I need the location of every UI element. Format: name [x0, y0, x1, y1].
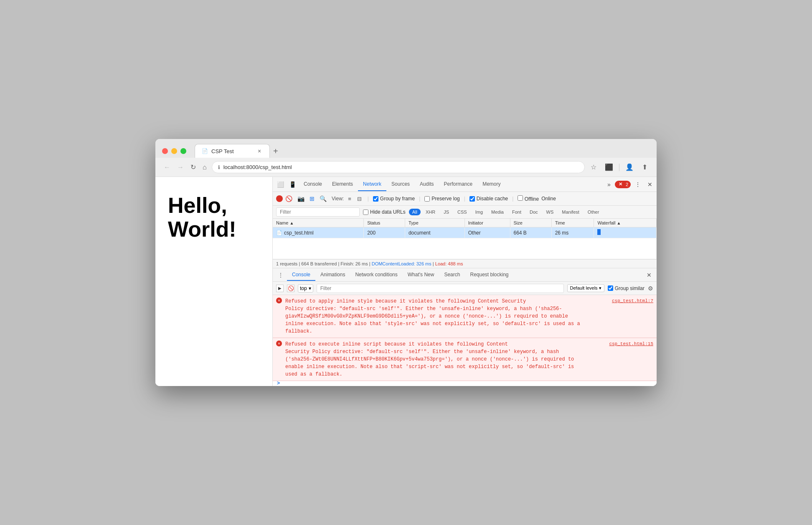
error-count: 2: [626, 182, 628, 187]
console-play-button[interactable]: ▶: [276, 285, 284, 292]
address-bar: ← → ↻ ⌂ ℹ localhost:8000/csp_test.html ☆…: [155, 158, 657, 177]
preserve-log-label[interactable]: Preserve log: [424, 196, 459, 202]
disable-cache-label[interactable]: Disable cache: [469, 196, 508, 202]
record-button[interactable]: [276, 195, 283, 202]
col-time[interactable]: Time: [551, 219, 594, 227]
console-prompt[interactable]: [273, 381, 657, 386]
home-button[interactable]: ⌂: [201, 162, 208, 173]
preserve-log-checkbox[interactable]: [424, 196, 430, 202]
filter-pill-all[interactable]: All: [409, 209, 421, 215]
bottom-tab-animations[interactable]: Animations: [315, 269, 350, 281]
filter-pills: All XHR JS CSS Img Media Font Doc WS Man…: [409, 209, 603, 215]
bottom-close-button[interactable]: ✕: [643, 270, 655, 280]
console-stop-button[interactable]: 🚫: [287, 285, 294, 292]
console-settings-button[interactable]: ⚙: [648, 285, 653, 292]
hide-data-urls-checkbox[interactable]: [363, 209, 368, 215]
address-input[interactable]: ℹ localhost:8000/csp_test.html: [212, 161, 585, 173]
filter-pill-js[interactable]: JS: [440, 209, 452, 215]
maximize-traffic-light[interactable]: [180, 148, 186, 154]
separator3: |: [464, 196, 465, 202]
tab-network[interactable]: Network: [358, 178, 386, 191]
error-badge: ✕ 2: [615, 181, 631, 188]
bottom-tab-request-blocking[interactable]: Request blocking: [465, 269, 513, 281]
update-button[interactable]: ⬆: [639, 162, 650, 173]
offline-label[interactable]: Offline: [518, 195, 539, 202]
back-button[interactable]: ←: [162, 162, 172, 173]
group-similar-checkbox[interactable]: [608, 285, 613, 291]
group-by-frame-text: Group by frame: [380, 196, 415, 202]
tab-audits[interactable]: Audits: [415, 178, 439, 191]
bookmark-button[interactable]: ☆: [588, 162, 599, 173]
close-traffic-light[interactable]: [162, 148, 168, 154]
offline-checkbox[interactable]: [518, 195, 523, 201]
tab-elements[interactable]: Elements: [327, 178, 358, 191]
reload-button[interactable]: ↻: [189, 162, 198, 173]
filter-pill-css[interactable]: CSS: [454, 209, 470, 215]
col-initiator[interactable]: Initiator: [464, 219, 510, 227]
col-status[interactable]: Status: [364, 219, 405, 227]
group-by-frame-label[interactable]: Group by frame: [373, 196, 415, 202]
filter-pill-manifest[interactable]: Manifest: [558, 209, 583, 215]
title-bar: 📄 CSP Test × +: [155, 139, 657, 158]
tab-close-button[interactable]: ×: [256, 148, 263, 154]
table-row[interactable]: 📄csp_test.html 200 document Other 664 B …: [273, 227, 657, 238]
tab-sources[interactable]: Sources: [386, 178, 415, 191]
bottom-tab-search[interactable]: Search: [439, 269, 465, 281]
tab-memory[interactable]: Memory: [477, 178, 505, 191]
filter-pill-doc[interactable]: Doc: [526, 209, 541, 215]
filter-pill-xhr[interactable]: XHR: [422, 209, 439, 215]
device-toolbar-button[interactable]: 📱: [287, 179, 299, 189]
waterfall-view-button[interactable]: ⊟: [355, 195, 363, 203]
bottom-tabs-bar: ⋮ Console Animations Network conditions …: [273, 268, 657, 282]
disable-cache-text: Disable cache: [477, 196, 508, 202]
separator4: |: [512, 196, 513, 202]
tab-console[interactable]: Console: [299, 178, 327, 191]
error-source-link-1[interactable]: csp_test.html:7: [612, 298, 653, 305]
devtools-close-button[interactable]: ✕: [645, 179, 655, 189]
hello-world-text: Hello,World!: [168, 194, 260, 241]
console-context-select[interactable]: top ▾: [298, 284, 313, 293]
separator1: |: [368, 196, 369, 202]
row-size: 664 B: [510, 227, 551, 238]
error-source-link-2[interactable]: csp_test.html:15: [609, 341, 653, 348]
filter-button[interactable]: ⊞: [310, 195, 315, 202]
new-tab-button[interactable]: +: [270, 145, 282, 158]
filter-pill-other[interactable]: Other: [584, 209, 603, 215]
search-button[interactable]: 🔍: [317, 194, 329, 204]
bottom-tab-network-conditions[interactable]: Network conditions: [350, 269, 402, 281]
camera-button[interactable]: 📷: [295, 194, 307, 204]
bottom-tab-console[interactable]: Console: [287, 269, 315, 281]
hide-data-urls-label[interactable]: Hide data URLs: [363, 209, 406, 215]
filter-pill-media[interactable]: Media: [488, 209, 507, 215]
more-tabs-button[interactable]: »: [605, 179, 613, 189]
filter-pill-img[interactable]: Img: [472, 209, 486, 215]
browser-tab[interactable]: 📄 CSP Test ×: [195, 144, 270, 158]
col-size[interactable]: Size: [510, 219, 551, 227]
tab-performance[interactable]: Performance: [439, 178, 477, 191]
forward-button[interactable]: →: [175, 162, 185, 173]
bottom-tab-whats-new[interactable]: What's New: [403, 269, 439, 281]
dom-content-loaded-link[interactable]: DOMContentLoaded: 326 ms: [372, 261, 431, 266]
profile-button[interactable]: 👤: [623, 162, 636, 173]
element-picker-button[interactable]: ⬜: [274, 179, 287, 189]
clear-button[interactable]: 🚫: [285, 195, 292, 202]
filter-pill-ws[interactable]: WS: [543, 209, 557, 215]
minimize-traffic-light[interactable]: [171, 148, 177, 154]
extensions-button[interactable]: ⬛: [602, 162, 616, 173]
disable-cache-checkbox[interactable]: [469, 196, 475, 202]
preserve-log-text: Preserve log: [431, 196, 459, 202]
col-type[interactable]: Type: [405, 219, 464, 227]
col-name[interactable]: Name ▲: [273, 219, 364, 227]
group-similar-label[interactable]: Group similar: [608, 285, 645, 291]
col-waterfall[interactable]: Waterfall ▲: [594, 219, 657, 227]
load-link[interactable]: Load: 488 ms: [435, 261, 463, 266]
group-by-frame-checkbox[interactable]: [373, 196, 378, 202]
network-filter-input[interactable]: [276, 207, 360, 217]
console-filter-input[interactable]: [317, 284, 564, 293]
devtools-menu-button[interactable]: ⋮: [632, 179, 643, 189]
list-view-button[interactable]: ≡: [346, 195, 353, 203]
bottom-more-button[interactable]: ⋮: [274, 270, 287, 280]
filter-pill-font[interactable]: Font: [509, 209, 525, 215]
row-name: 📄csp_test.html: [273, 227, 364, 238]
default-levels-button[interactable]: Default levels ▾: [567, 284, 604, 292]
